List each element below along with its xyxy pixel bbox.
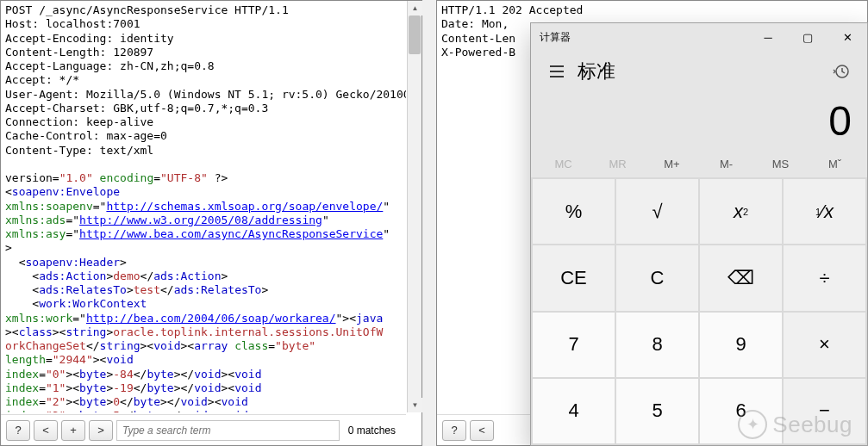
next-match-button[interactable]: > [89,420,113,441]
calc-backspace-button[interactable]: ⌫ [700,245,782,310]
minimize-button[interactable]: ─ [748,24,788,50]
match-count-label: 0 matches [343,424,401,437]
help-button[interactable]: ? [6,420,30,441]
memory-row: MCMRM+M-MSMˇ [531,150,867,177]
scroll-down-icon[interactable]: ▼ [408,398,422,412]
scroll-up-icon[interactable]: ▲ [408,1,422,15]
calc-digit-7-button[interactable]: 7 [533,313,615,377]
calc-digit-5-button[interactable]: 5 [616,379,698,443]
calc-digit-9-button[interactable]: 9 [700,313,782,377]
calc-sqrt-button[interactable]: √ [616,179,698,244]
request-pane: POST /_async/AsyncResponseService HTTP/1… [0,0,422,446]
search-input[interactable] [116,420,340,441]
request-editor[interactable]: POST /_async/AsyncResponseService HTTP/1… [2,2,406,412]
calc-divide-button[interactable]: ÷ [784,245,865,310]
mode-label: 标准 [578,59,615,84]
scrollbar-thumb[interactable] [409,15,421,54]
memory-m-button[interactable]: Mˇ [808,158,862,170]
close-button[interactable]: ✕ [827,24,867,50]
memory-ms-button[interactable]: MS [753,158,808,170]
calc-keypad: %√x21⁄xCEC⌫÷789×456− [531,177,867,445]
window-title: 计算器 [540,30,571,45]
calc-display: 0 [531,89,867,150]
memory-mc-button: MC [536,158,590,170]
calc-header: 标准 [531,51,867,89]
calc-digit-6-button[interactable]: 6 [700,379,782,443]
add-button[interactable]: + [61,420,85,441]
calculator-window: 计算器 ─ ▢ ✕ 标准 0 MCMRM+M-MSMˇ %√x21⁄xCEC⌫÷… [530,22,868,446]
titlebar[interactable]: 计算器 ─ ▢ ✕ [531,23,867,51]
calc-multiply-button[interactable]: × [784,313,865,377]
memory-m-button[interactable]: M+ [645,158,699,170]
calc-reciprocal-button[interactable]: 1⁄x [784,179,865,244]
calc-percent-button[interactable]: % [533,179,615,244]
history-icon[interactable] [827,58,855,85]
memory-m-button[interactable]: M- [699,158,753,170]
calc-clear-button[interactable]: C [616,245,698,310]
help-button[interactable]: ? [442,420,466,441]
maximize-button[interactable]: ▢ [788,24,827,50]
calc-digit-4-button[interactable]: 4 [533,379,615,443]
calc-clear-entry-button[interactable]: CE [533,245,615,310]
prev-match-button[interactable]: < [470,420,494,441]
calc-minus-button[interactable]: − [784,379,865,443]
calc-square-button[interactable]: x2 [700,179,782,244]
menu-button[interactable] [543,58,571,85]
memory-mr-button: MR [590,158,645,170]
prev-match-button[interactable]: < [34,420,58,441]
search-bar: ? < + > 0 matches [1,414,406,445]
vertical-scrollbar[interactable]: ▲ ▼ [407,1,422,412]
calc-digit-8-button[interactable]: 8 [616,313,698,377]
